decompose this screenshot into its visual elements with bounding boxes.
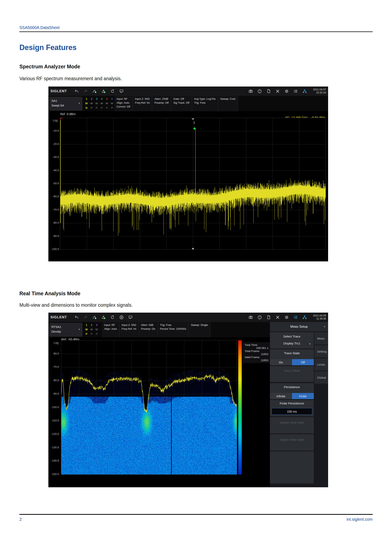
tab-meas[interactable]: Meas [315,332,328,344]
marker-top-indicator [191,118,194,120]
mode-sub: Density [51,330,61,333]
file-icon[interactable] [266,315,271,319]
section-desc-spectrum: Various RF spectrum measurement and anal… [19,76,122,81]
finite-persistence-input[interactable]: 100 ms [272,408,312,415]
add-trace-icon[interactable] [101,315,106,319]
redo-icon[interactable] [83,315,88,319]
finite-persistence-label: Finite Persistence [270,402,314,405]
trace-state-on-button[interactable]: On [270,359,292,365]
y-axis-tick: -10.0 [49,129,59,132]
undo-icon[interactable] [74,315,79,319]
status-panel: Atten: 20dBPreamp: Off [152,96,171,111]
trace-indicator-1[interactable]: 1WN [84,97,89,110]
camera-icon[interactable] [248,315,253,319]
chevron-down-icon: ▼ [323,325,326,328]
trace-indicator-6[interactable]: 6WP [110,97,114,110]
ogram-view-start-group-2: Ogram View Start [270,434,314,450]
y-axis-tick: -60.0 [49,352,59,355]
pause-icon[interactable] [119,315,124,319]
camera-icon[interactable] [248,89,253,93]
scale-label: Log [54,341,58,344]
sa-toolbar: SIGLENT ? 2021-04-07 15:32:24 [48,87,328,96]
history-icon[interactable] [110,315,115,319]
settings-icon[interactable] [284,89,289,93]
help-icon[interactable]: ? [258,89,262,93]
status-panel: Trig: FreePersist Time: 100000s [158,322,189,337]
help-icon[interactable]: ? [258,315,262,319]
sweep-info-left: Start 2.614 GHz RBW 100.431 kHz [61,478,86,487]
finite-persistence-group: Finite Persistence 100 ms [270,400,314,416]
sweep-info-right: Stop 26.5 GHz SWT 8.833 ms [305,250,326,261]
time: 15:32:24 [313,91,326,94]
status-panel: Input: RFAlign: Auto [102,322,119,337]
tab-limits[interactable]: Limits [315,358,328,371]
status-panel: Sweep: Single [189,322,210,337]
trace-state-group: Trace State On Off [270,349,314,365]
undo-icon[interactable] [74,89,79,93]
frame-info-panel: Total Time:349.561 sTotal Frame:11653Val… [243,342,270,363]
ref-level-marker [60,118,63,120]
status-panel: Sweep: Cont [218,96,238,111]
svg-text:?: ? [259,316,260,319]
network-icon[interactable] [302,89,307,93]
tab-global[interactable]: Global [315,371,328,384]
add-marker-icon[interactable] [92,89,97,93]
density-colorbar [238,340,242,474]
trace-indicator-3[interactable]: 3WP [95,323,99,336]
settings-icon[interactable] [284,315,289,319]
sa-screenshot: SIGLENT ? 2021-04-07 15:32:24 SA1 Swept … [48,87,328,261]
trace-state-label: Trace State [270,351,314,355]
doc-header-title: SSA5000A DataSheet [19,25,60,30]
network-icon[interactable] [302,315,307,319]
rtsa-screenshot: SIGLENT ? 2021-04-09 11:35:56 RTSA1 Dens… [48,313,328,487]
menu-filler [270,451,314,484]
trace-indicator-5[interactable]: 5WP [105,97,109,110]
tools-icon[interactable] [275,315,280,319]
persistence-infinite-button[interactable]: Infinite [270,393,292,399]
trace-indicator-2[interactable]: 2WP [89,97,94,110]
section-desc-rtsa: Multi-view and dimensions to monitor com… [19,302,133,308]
history-icon[interactable] [110,89,115,93]
redo-icon[interactable] [83,89,88,93]
list-icon[interactable] [293,89,298,93]
menu-title-bar[interactable]: Meas Setup ▼ [270,322,328,331]
footer-rule [19,514,373,515]
meas-setup-panel: Meas Setup ▼ Select Trace Display Trc1 ▼… [270,322,328,487]
add-trace-icon[interactable] [101,89,106,93]
trace-indicator-2[interactable]: 2WP [89,323,94,336]
tab-setting[interactable]: Setting [315,345,328,358]
chevron-down-icon: ▼ [78,102,80,104]
status-panel: Avg Type: Log-PwTrig: Free [192,96,218,111]
y-axis-tick: -110.0 [49,419,59,422]
sweep-info-center: Center 2.634 GHz Span 40 MHz [130,478,154,487]
trace-indicator-1[interactable]: 1WP [84,323,89,336]
y-axis-tick: -80.0 [49,221,59,224]
trace-indicator-4[interactable]: 4WP [100,97,104,110]
datasheet-page: SSA5000A DataSheet Design Features Spect… [0,0,392,554]
trace-indicator-3[interactable]: 3WP [95,97,99,110]
mode-selector[interactable]: SA1 Swept SA ▼ [49,97,82,111]
page-title: Design Features [19,43,77,52]
tools-icon[interactable] [275,89,280,93]
list-icon[interactable] [293,315,298,319]
mode-selector[interactable]: RTSA1 Density ▼ [49,323,82,337]
sa-statusbar: SA1 Swept SA ▼ 1WN2WP3WP4WP5WP6WP Input:… [48,96,328,111]
persistence-finite-button[interactable]: Finite [292,393,314,399]
y-axis-tick: -90.0 [49,235,59,237]
chevron-down-icon: ▼ [309,343,311,345]
status-panel: Input Z: 50ΩFreq Ref: Int [119,322,139,337]
y-axis-tick: -130.0 [49,446,59,449]
y-axis-tick: -20.0 [49,142,59,145]
comment-icon[interactable] [128,315,133,319]
trace-state-off-button[interactable]: Off [292,359,314,365]
add-marker-icon[interactable] [92,315,97,319]
file-icon[interactable] [266,89,271,93]
y-axis-tick: -80.0 [49,379,59,382]
select-trace-dropdown[interactable]: Display Trc1 ▼ [270,342,314,345]
y-axis-tick: -70.0 [49,365,59,368]
time: 11:35:56 [313,317,326,320]
comment-icon[interactable] [119,89,124,93]
status-panel: Gate: OffSig Track: Off [171,96,192,111]
persistence-label: Persistence [270,385,314,389]
section-heading-rtsa: Real Time Analysis Mode [19,291,80,297]
